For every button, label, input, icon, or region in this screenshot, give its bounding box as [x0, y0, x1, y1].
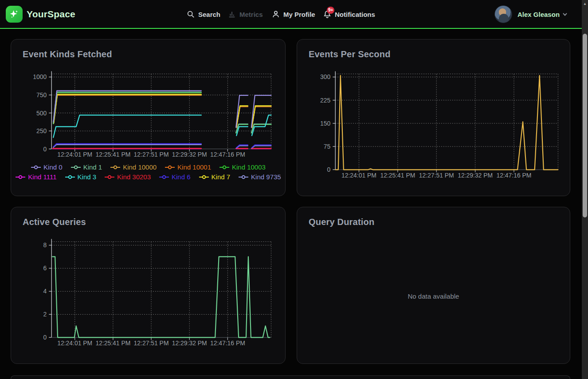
legend-item-kind-1[interactable]: Kind 1: [71, 163, 102, 171]
legend-marker-icon: [159, 174, 169, 180]
legend-item-label: Kind 10003: [232, 163, 266, 171]
y-tick-label: 300: [320, 73, 330, 80]
series-line-kind-9735: [252, 146, 271, 148]
chart-legend: Kind 0Kind 1Kind 10000Kind 10001Kind 100…: [11, 163, 285, 181]
x-tick-label: 12:29:32 PM: [458, 172, 493, 179]
user-name[interactable]: Alex Gleason: [517, 0, 560, 28]
legend-item-label: Kind 3: [78, 173, 97, 181]
x-tick-label: 12:25:41 PM: [380, 172, 415, 179]
x-tick-label: 12:24:01 PM: [341, 172, 376, 179]
legend-item-label: Kind 10001: [177, 163, 211, 171]
scrollbar-thumb[interactable]: [583, 34, 587, 217]
nav-item-metrics[interactable]: Metrics: [228, 0, 263, 28]
legend-marker-icon: [71, 165, 81, 170]
panel-event-kinds-fetched: Event Kinds Fetched 0250500750100012:24:…: [11, 39, 286, 196]
legend-marker-icon: [65, 174, 75, 180]
legend-marker-icon: [219, 165, 230, 170]
legend-marker-icon: [238, 174, 249, 180]
legend-item-kind-7[interactable]: Kind 7: [199, 173, 231, 181]
legend-marker-icon: [110, 165, 121, 170]
series-line-kind-9735: [53, 145, 201, 147]
y-tick-label: 0: [43, 334, 47, 341]
nav-item-label: Search: [198, 11, 220, 18]
y-tick-label: 500: [36, 110, 47, 117]
panel-title: Query Duration: [309, 217, 374, 227]
x-tick-label: 12:47:16 PM: [210, 340, 245, 347]
legend-item-kind-10001[interactable]: Kind 10001: [165, 163, 211, 171]
legend-marker-icon: [31, 165, 41, 170]
avatar[interactable]: [494, 5, 512, 23]
nav-item-my-profile[interactable]: My Profile: [272, 0, 315, 28]
panel-active-queries: Active Queries 0246812:24:01 PM12:25:41 …: [11, 207, 286, 364]
legend-marker-icon: [104, 174, 115, 180]
legend-item-label: Kind 30203: [117, 173, 151, 181]
nav-item-search[interactable]: Search: [187, 0, 220, 28]
legend-item-label: Kind 1: [83, 163, 102, 171]
y-tick-label: 75: [324, 143, 331, 150]
legend-item-kind-0[interactable]: Kind 0: [31, 163, 63, 171]
x-tick-label: 12:47:16 PM: [210, 151, 245, 158]
bar-chart-icon: [228, 10, 236, 18]
scrollbar-track[interactable]: ▲: [582, 0, 588, 379]
x-tick-label: 12:27:51 PM: [134, 340, 169, 347]
sparkle-icon: [9, 9, 20, 20]
series-line-events-per-second: [335, 75, 558, 170]
legend-item-label: Kind 0: [43, 163, 63, 171]
chevron-down-icon[interactable]: [562, 0, 568, 28]
legend-item-kind-30203[interactable]: Kind 30203: [104, 173, 151, 181]
x-tick-label: 12:24:01 PM: [57, 151, 92, 158]
legend-item-kind-10000[interactable]: Kind 10000: [110, 163, 157, 171]
legend-item-kind-1111[interactable]: Kind 1111: [15, 173, 56, 181]
x-tick-label: 12:47:16 PM: [497, 172, 532, 179]
series-line-active-queries: [52, 257, 270, 337]
legend-item-kind-3[interactable]: Kind 3: [65, 173, 97, 181]
y-tick-label: 150: [320, 120, 330, 127]
legend-item-kind-6[interactable]: Kind 6: [159, 173, 191, 181]
nav-item-notifications[interactable]: 9+ Notifications: [323, 0, 375, 28]
series-line-kind-6: [53, 144, 201, 147]
panel-events-per-second: Events Per Second 07515022530012:24:01 P…: [297, 39, 570, 196]
series-line-kind-3: [53, 115, 201, 137]
nav-item-label: Notifications: [335, 11, 375, 18]
y-tick-label: 1000: [33, 73, 47, 80]
nav-item-label: My Profile: [283, 11, 315, 18]
legend-item-kind-9735[interactable]: Kind 9735: [238, 173, 281, 181]
series-line-kind-10003: [251, 125, 271, 133]
y-tick-label: 0: [43, 146, 47, 153]
legend-row: Kind 1111Kind 3Kind 30203Kind 6Kind 7Kin…: [15, 173, 281, 181]
x-tick-label: 12:29:32 PM: [172, 151, 207, 158]
scrollbar-up-arrow[interactable]: ▲: [582, 1, 588, 7]
series-line-kind-10000: [54, 95, 201, 123]
y-tick-label: 0: [327, 166, 331, 173]
series-line-kind-7: [54, 94, 201, 122]
legend-item-kind-10003[interactable]: Kind 10003: [219, 163, 266, 171]
legend-item-label: Kind 1111: [28, 173, 56, 181]
x-tick-label: 12:27:51 PM: [419, 172, 454, 179]
legend-item-label: Kind 7: [212, 173, 231, 181]
legend-marker-icon: [15, 174, 26, 180]
y-tick-label: 8: [43, 241, 47, 249]
chart-active-queries: 0246812:24:01 PM12:25:41 PM12:27:51 PM12…: [11, 207, 285, 363]
series-line-kind-10003: [53, 93, 201, 124]
series-line-kind-3: [252, 115, 271, 135]
person-icon: [272, 10, 280, 18]
y-tick-label: 225: [320, 97, 330, 104]
nav-item-label: Metrics: [239, 11, 263, 18]
nav-accent-line: [0, 28, 582, 29]
notification-badge: 9+: [327, 7, 334, 14]
legend-marker-icon: [165, 165, 175, 170]
series-line-kind-1: [53, 92, 201, 123]
legend-row: Kind 0Kind 1Kind 10000Kind 10001Kind 100…: [31, 163, 266, 171]
chart-events-per-second: 07515022530012:24:01 PM12:25:41 PM12:27:…: [297, 39, 570, 196]
brand-name[interactable]: YourSpace: [27, 0, 75, 28]
legend-item-label: Kind 6: [172, 173, 191, 181]
y-tick-label: 4: [43, 288, 47, 295]
legend-item-label: Kind 10000: [123, 163, 157, 171]
y-tick-label: 250: [36, 127, 47, 134]
no-data-message: No data available: [297, 292, 570, 300]
y-tick-label: 750: [36, 91, 47, 99]
x-tick-label: 12:24:01 PM: [57, 340, 92, 347]
next-section-edge: [11, 375, 570, 379]
app-logo[interactable]: [6, 6, 23, 23]
x-tick-label: 12:29:32 PM: [172, 340, 207, 347]
